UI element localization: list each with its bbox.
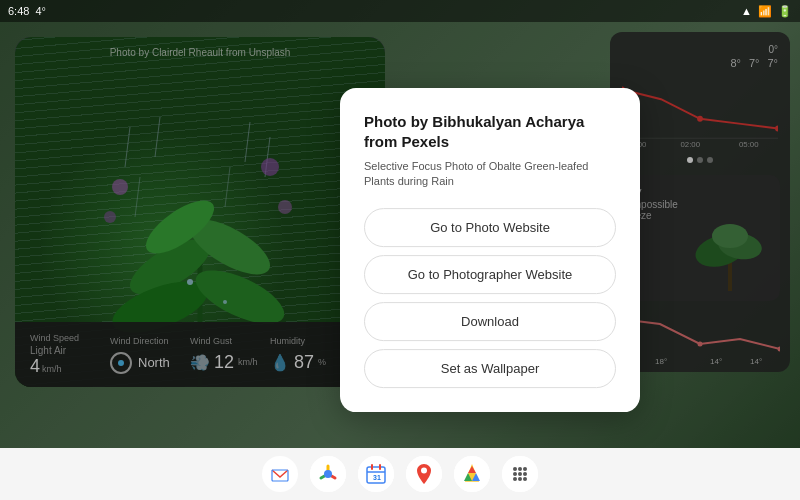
status-time: 6:48 [8,5,29,17]
drive-icon[interactable] [454,456,490,492]
status-bar: 6:48 4° ▲ 📶 🔋 [0,0,800,22]
wifi-icon: ▲ [741,5,752,17]
svg-point-52 [523,467,527,471]
dialog-description: Selective Focus Photo of Obalte Green-le… [364,159,616,190]
download-btn[interactable]: Download [364,302,616,341]
status-left: 6:48 4° [8,5,46,17]
set-wallpaper-btn[interactable]: Set as Wallpaper [364,349,616,388]
signal-icon: 📶 [758,5,772,18]
svg-point-50 [513,467,517,471]
svg-point-39 [324,470,332,478]
status-temp: 4° [35,5,46,17]
dialog-title: Photo by Bibhukalyan Acharya from Pexels [364,112,616,151]
svg-point-53 [513,472,517,476]
photos-icon[interactable] [310,456,346,492]
svg-text:31: 31 [373,474,381,481]
svg-point-55 [523,472,527,476]
photo-dialog: Photo by Bibhukalyan Acharya from Pexels… [340,88,640,412]
taskbar: 31 [0,448,800,500]
status-right: ▲ 📶 🔋 [741,5,792,18]
gmail-icon[interactable] [262,456,298,492]
battery-icon: 🔋 [778,5,792,18]
svg-point-58 [523,477,527,481]
maps-icon[interactable] [406,456,442,492]
apps-icon[interactable] [502,456,538,492]
goto-photo-btn[interactable]: Go to Photo Website [364,208,616,247]
svg-point-47 [421,468,427,474]
svg-point-57 [518,477,522,481]
goto-photographer-btn[interactable]: Go to Photographer Website [364,255,616,294]
svg-point-54 [518,472,522,476]
calendar-icon[interactable]: 31 [358,456,394,492]
svg-point-56 [513,477,517,481]
svg-point-51 [518,467,522,471]
